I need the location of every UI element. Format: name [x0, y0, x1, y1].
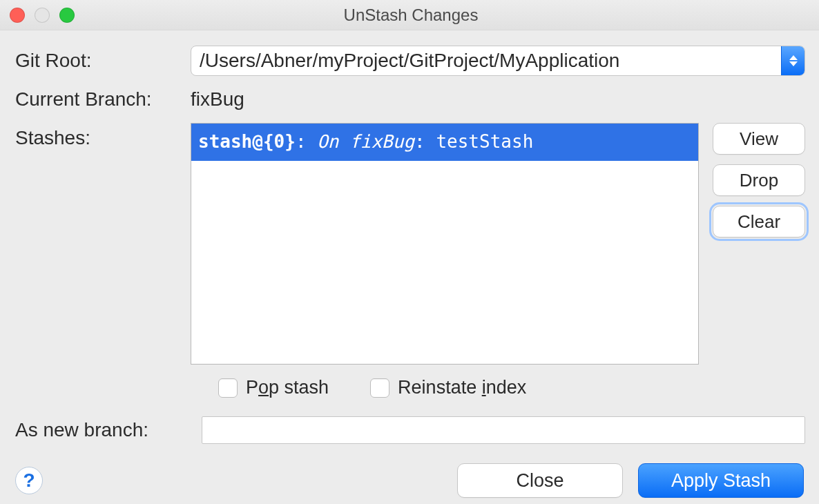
stashes-row: Stashes: stash@{0}: On fixBug: testStash… — [15, 123, 805, 365]
stash-item[interactable]: stash@{0}: On fixBug: testStash — [191, 124, 698, 161]
pop-stash-checkbox[interactable]: Pop stash — [218, 377, 329, 398]
checkbox-icon — [370, 378, 389, 398]
git-root-label: Git Root: — [15, 46, 191, 76]
current-branch-label: Current Branch: — [15, 84, 191, 115]
close-button[interactable]: Close — [457, 463, 623, 498]
stash-branch: On fixBug — [317, 131, 414, 152]
git-root-select[interactable]: /Users/Abner/myProject/GitProject/MyAppl… — [191, 46, 805, 76]
git-root-path: /Users/Abner/myProject/GitProject/MyAppl… — [191, 46, 781, 75]
clear-button[interactable]: Clear — [713, 206, 805, 238]
new-branch-row: As new branch: — [15, 416, 805, 444]
stash-list[interactable]: stash@{0}: On fixBug: testStash — [191, 123, 699, 365]
dialog-title: UnStash Changes — [12, 6, 809, 25]
stash-name: stash@{0} — [198, 131, 296, 152]
options-row: Pop stash Reinstate index — [218, 377, 805, 398]
stash-action-buttons: View Drop Clear — [713, 123, 805, 365]
current-branch-row: Current Branch: fixBug — [15, 84, 805, 115]
stash-message: testStash — [436, 131, 533, 152]
git-root-row: Git Root: /Users/Abner/myProject/GitProj… — [15, 46, 805, 76]
pop-stash-label: Pop stash — [246, 377, 329, 398]
drop-button[interactable]: Drop — [713, 164, 805, 196]
new-branch-input[interactable] — [202, 416, 805, 444]
help-icon[interactable]: ? — [15, 467, 43, 494]
git-root-value: /Users/Abner/myProject/GitProject/MyAppl… — [191, 46, 805, 76]
dialog-footer: ? Close Apply Stash — [15, 463, 805, 498]
view-button[interactable]: View — [713, 123, 805, 155]
reinstate-index-label: Reinstate index — [398, 377, 526, 398]
titlebar: UnStash Changes — [0, 0, 819, 30]
apply-stash-button[interactable]: Apply Stash — [638, 463, 804, 498]
current-branch-value: fixBug — [191, 84, 805, 115]
stashes-label: Stashes: — [15, 123, 191, 153]
chevron-updown-icon — [781, 46, 804, 75]
reinstate-index-checkbox[interactable]: Reinstate index — [370, 377, 526, 398]
new-branch-label: As new branch: — [15, 416, 191, 444]
dialog-body: Git Root: /Users/Abner/myProject/GitProj… — [0, 30, 819, 498]
checkbox-icon — [218, 378, 238, 398]
